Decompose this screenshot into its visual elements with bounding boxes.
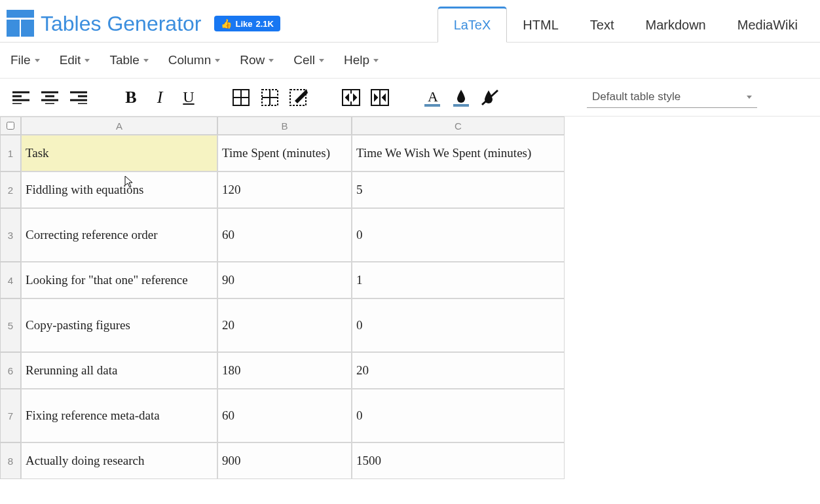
select-all-checkbox[interactable] (7, 122, 14, 130)
italic-button[interactable]: I (149, 87, 170, 108)
tab-mediawiki[interactable]: MediaWiki (722, 9, 813, 42)
chevron-down-icon (319, 59, 324, 62)
cell-A6[interactable]: Rerunning all data (21, 352, 217, 389)
thumb-up-icon: 👍 (221, 18, 232, 29)
site-title[interactable]: Tables Generator (41, 12, 201, 36)
row-header-8[interactable]: 8 (0, 442, 21, 479)
row-header-7[interactable]: 7 (0, 389, 21, 442)
chevron-down-icon (143, 59, 149, 62)
cell-A5[interactable]: Copy-pasting figures (21, 298, 217, 352)
cell-B6[interactable]: 180 (217, 352, 352, 389)
logo-icon (7, 10, 34, 37)
chevron-down-icon (215, 59, 220, 62)
chevron-down-icon (84, 59, 90, 62)
cell-C5[interactable]: 0 (352, 298, 565, 352)
cell-B7[interactable]: 60 (217, 389, 352, 442)
menu-help[interactable]: Help (344, 53, 379, 67)
tab-text[interactable]: Text (574, 9, 630, 42)
borders-inner-button[interactable] (259, 87, 280, 108)
align-center-button[interactable] (39, 87, 60, 108)
cell-A3[interactable]: Correcting reference order (21, 208, 217, 262)
tab-markdown[interactable]: Markdown (629, 9, 721, 42)
tab-html[interactable]: HTML (507, 9, 574, 42)
chevron-down-icon (373, 59, 379, 62)
svg-rect-7 (453, 104, 469, 107)
cell-B8[interactable]: 900 (217, 442, 352, 479)
cell-A7[interactable]: Fixing reference meta-data (21, 389, 217, 442)
text-color-button[interactable]: A (422, 87, 443, 108)
cell-A1[interactable]: Task (21, 135, 217, 171)
cell-A8[interactable]: Actually doing research (21, 442, 217, 479)
column-header-C[interactable]: C (352, 117, 565, 135)
chevron-down-icon (35, 59, 40, 62)
menu-cell[interactable]: Cell (293, 53, 324, 67)
borders-custom-button[interactable] (288, 87, 309, 108)
menu-edit[interactable]: Edit (60, 53, 90, 67)
cell-B2[interactable]: 120 (217, 171, 352, 208)
column-header-B[interactable]: B (217, 117, 352, 135)
cell-B1[interactable]: Time Spent (minutes) (217, 135, 352, 171)
menu-column[interactable]: Column (168, 53, 220, 67)
fill-color-button[interactable] (451, 87, 472, 108)
chevron-down-icon (269, 59, 274, 62)
menu-table[interactable]: Table (109, 53, 148, 67)
cell-B4[interactable]: 90 (217, 262, 352, 298)
grid-body: 1TaskTime Spent (minutes)Time We Wish We… (0, 135, 820, 479)
facebook-like-button[interactable]: 👍 Like 2.1K (214, 16, 280, 31)
bold-button[interactable]: B (121, 87, 141, 108)
cell-C2[interactable]: 5 (352, 171, 565, 208)
svg-text:A: A (428, 88, 438, 105)
column-headers: ABC (21, 117, 565, 135)
spreadsheet: ABC 1TaskTime Spent (minutes)Time We Wis… (0, 117, 820, 479)
fb-like-count: 2.1K (255, 19, 273, 29)
cell-C7[interactable]: 0 (352, 389, 565, 442)
svg-rect-6 (424, 104, 440, 107)
menu-row[interactable]: Row (240, 53, 274, 67)
style-select-value: Default table style (592, 90, 680, 103)
row-header-4[interactable]: 4 (0, 262, 21, 298)
row-header-2[interactable]: 2 (0, 171, 21, 208)
cell-B5[interactable]: 20 (217, 298, 352, 352)
cell-C1[interactable]: Time We Wish We Spent (minutes) (352, 135, 565, 171)
fb-like-label: Like (235, 19, 252, 29)
borders-all-button[interactable] (231, 87, 252, 108)
merge-cells-button[interactable] (341, 87, 362, 108)
clear-formatting-button[interactable] (479, 87, 500, 108)
underline-button[interactable]: U (178, 87, 199, 108)
chevron-down-icon (747, 96, 752, 99)
split-cells-button[interactable] (369, 87, 390, 108)
cell-C8[interactable]: 1500 (352, 442, 565, 479)
menu-file[interactable]: File (10, 53, 40, 67)
align-left-button[interactable] (10, 87, 31, 108)
row-header-5[interactable]: 5 (0, 298, 21, 352)
cell-A2[interactable]: Fiddling with equations (21, 171, 217, 208)
cell-B3[interactable]: 60 (217, 208, 352, 262)
table-style-select[interactable]: Default table style (587, 86, 757, 108)
column-header-A[interactable]: A (21, 117, 217, 135)
cell-C6[interactable]: 20 (352, 352, 565, 389)
row-header-3[interactable]: 3 (0, 208, 21, 262)
format-tabs: LaTeXHTMLTextMarkdownMediaWiki (438, 5, 813, 42)
align-right-button[interactable] (68, 87, 89, 108)
toolbar: B I U A Default table style (0, 79, 820, 117)
cell-C3[interactable]: 0 (352, 208, 565, 262)
menubar: FileEditTableColumnRowCellHelp (0, 43, 820, 79)
header: Tables Generator 👍 Like 2.1K LaTeXHTMLTe… (0, 0, 820, 43)
row-header-6[interactable]: 6 (0, 352, 21, 389)
tab-latex[interactable]: LaTeX (438, 7, 508, 43)
row-header-1[interactable]: 1 (0, 135, 21, 171)
select-all-corner[interactable] (0, 117, 21, 135)
cell-A4[interactable]: Looking for "that one" reference (21, 262, 217, 298)
cell-C4[interactable]: 1 (352, 262, 565, 298)
